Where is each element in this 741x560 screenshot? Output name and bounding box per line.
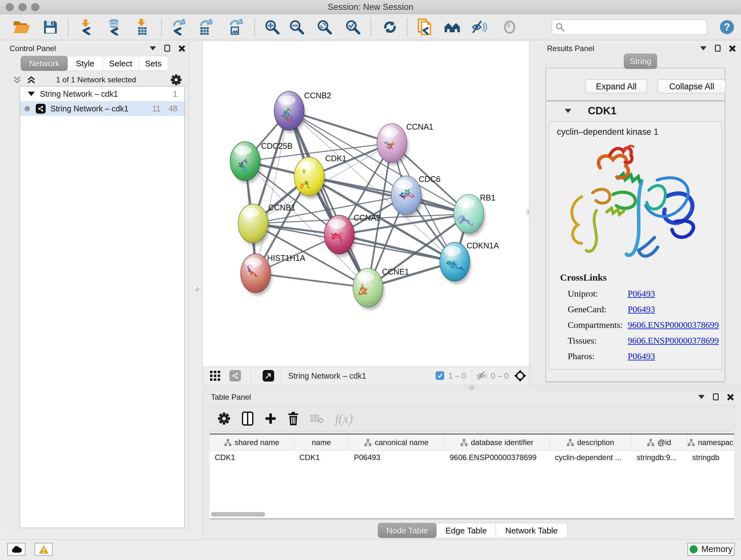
- panel-float-icon[interactable]: [715, 45, 721, 52]
- network-node[interactable]: [238, 204, 270, 246]
- column-header[interactable]: namespac: [687, 435, 734, 450]
- horizontal-scrollbar-thumb[interactable]: [211, 512, 265, 516]
- crosslink-link[interactable]: P06493: [628, 351, 655, 361]
- memory-label: Memory: [701, 544, 733, 554]
- delete-column-icon[interactable]: [288, 412, 299, 425]
- zoom-fit-button[interactable]: [312, 16, 337, 38]
- panel-float-icon[interactable]: [164, 45, 170, 52]
- table-cell[interactable]: stringdb: [687, 453, 734, 462]
- panel-close-icon[interactable]: [727, 394, 733, 400]
- network-edge[interactable]: [256, 273, 368, 288]
- crosslink-link[interactable]: P06493: [628, 304, 655, 314]
- show-columns-icon[interactable]: [242, 412, 253, 426]
- column-header[interactable]: database identifier: [445, 435, 550, 450]
- crosslink-link[interactable]: 9606.ENSP00000378699: [628, 335, 719, 346]
- network-node[interactable]: [391, 176, 423, 218]
- help-button[interactable]: ?: [715, 16, 739, 38]
- tab-style[interactable]: Style: [68, 56, 103, 71]
- column-header[interactable]: name: [294, 435, 349, 450]
- column-header[interactable]: description: [550, 435, 631, 450]
- expand-all-button[interactable]: Expand All: [585, 79, 647, 94]
- panel-close-icon[interactable]: [729, 45, 735, 51]
- panel-collapse-icon[interactable]: [150, 46, 156, 51]
- table-cell[interactable]: 9606.ENSP00000378699: [445, 453, 550, 462]
- table-cell[interactable]: stringdb:9...: [631, 453, 687, 462]
- horizontal-splitter[interactable]: [202, 384, 741, 390]
- tab-node-table[interactable]: Node Table: [378, 523, 436, 538]
- network-node[interactable]: [324, 215, 356, 257]
- cloud-button[interactable]: [7, 543, 25, 556]
- export-image-button[interactable]: [223, 16, 248, 38]
- tree-expand-icon[interactable]: [28, 91, 35, 96]
- hide-selected-button[interactable]: [467, 16, 492, 38]
- collapse-all-button[interactable]: Collapse All: [658, 79, 726, 94]
- network-collection-label: String Network – cdk1: [40, 89, 118, 99]
- column-header[interactable]: @id: [631, 435, 687, 450]
- network-view-title: String Network – cdk1: [288, 371, 366, 381]
- network-node[interactable]: [377, 124, 408, 165]
- zoom-selected-button[interactable]: [340, 16, 365, 38]
- string-results-tab[interactable]: String: [624, 54, 657, 69]
- birdseye-navigator-icon[interactable]: [514, 369, 527, 382]
- tab-edge-table[interactable]: Edge Table: [436, 523, 496, 538]
- column-label: canonical name: [375, 438, 428, 447]
- cdk1-section: CDK1 cyclin–dependent kinase 1: [546, 101, 724, 380]
- network-badge-icon[interactable]: [229, 370, 241, 381]
- network-collection-row[interactable]: String Network – cdk1 1: [20, 86, 185, 101]
- table-cell[interactable]: CDK1: [210, 453, 294, 462]
- network-row[interactable]: String Network – cdk1 11 48: [20, 101, 185, 116]
- cdk1-section-header[interactable]: CDK1: [546, 101, 724, 120]
- table-row[interactable]: CDK1CDK1P064939606.ENSP00000378699cyclin…: [210, 450, 734, 464]
- selected-checkbox[interactable]: [435, 371, 444, 380]
- left-splitter-handle[interactable]: [193, 286, 201, 293]
- column-header[interactable]: canonical name: [349, 435, 445, 450]
- table-cell[interactable]: P06493: [349, 453, 445, 462]
- import-network-button[interactable]: [73, 16, 98, 38]
- zoom-out-button[interactable]: [284, 16, 309, 38]
- section-collapse-icon[interactable]: [565, 109, 571, 113]
- tab-network[interactable]: Network: [21, 56, 68, 71]
- import-table-button[interactable]: [130, 16, 154, 38]
- column-header[interactable]: shared name: [210, 435, 294, 450]
- import-database-button[interactable]: [101, 16, 126, 38]
- tab-network-table[interactable]: Network Table: [496, 523, 567, 538]
- panel-collapse-icon[interactable]: [700, 46, 706, 51]
- tab-sets[interactable]: Sets: [139, 56, 168, 71]
- crosslink-link[interactable]: P06493: [628, 289, 655, 299]
- export-table-button[interactable]: [193, 16, 218, 38]
- refresh-button[interactable]: [378, 16, 402, 38]
- edge-count: 48: [169, 104, 178, 113]
- crosslink-row: Uniprot:P06493: [568, 289, 722, 299]
- node-table[interactable]: shared namenamecanonical namedatabase id…: [210, 434, 734, 519]
- export-network-button[interactable]: [165, 16, 191, 38]
- open-file-button[interactable]: [9, 16, 34, 38]
- save-session-button[interactable]: [38, 16, 63, 38]
- table-settings-gear-icon[interactable]: [218, 412, 230, 425]
- warnings-button[interactable]: [35, 543, 53, 556]
- zoom-in-icon: [265, 19, 280, 35]
- search-input[interactable]: [565, 23, 706, 32]
- panel-collapse-icon[interactable]: [698, 395, 704, 399]
- open-in-window-icon[interactable]: [263, 370, 274, 381]
- grid-view-icon[interactable]: [210, 370, 220, 381]
- collection-count: 1: [173, 89, 178, 99]
- hidden-eye-icon: [476, 371, 488, 381]
- zoom-in-button[interactable]: [260, 16, 285, 38]
- panel-close-icon[interactable]: [179, 45, 185, 51]
- tab-select[interactable]: Select: [103, 56, 139, 71]
- network-canvas[interactable]: CCNB2CCNA1CDC25BCDK1CDC6RB1CCNB1CCNA2CDK…: [202, 42, 529, 367]
- memory-button[interactable]: Memory: [687, 543, 735, 556]
- add-column-icon[interactable]: [265, 413, 276, 424]
- snapshot-icon: [417, 18, 432, 36]
- gear-icon[interactable]: [171, 74, 182, 85]
- network-node[interactable]: [294, 157, 326, 199]
- first-neighbors-button[interactable]: [440, 16, 465, 38]
- show-all-button[interactable]: [497, 16, 522, 38]
- table-cell[interactable]: cyclin-dependent ...: [550, 453, 631, 462]
- network-snapshot-button[interactable]: [412, 16, 437, 38]
- crosslink-link[interactable]: 9606.ENSP00000378699: [628, 320, 719, 330]
- network-node[interactable]: [353, 268, 385, 310]
- table-cell[interactable]: CDK1: [294, 453, 349, 462]
- network-node[interactable]: [274, 91, 306, 133]
- panel-float-icon[interactable]: [713, 393, 719, 400]
